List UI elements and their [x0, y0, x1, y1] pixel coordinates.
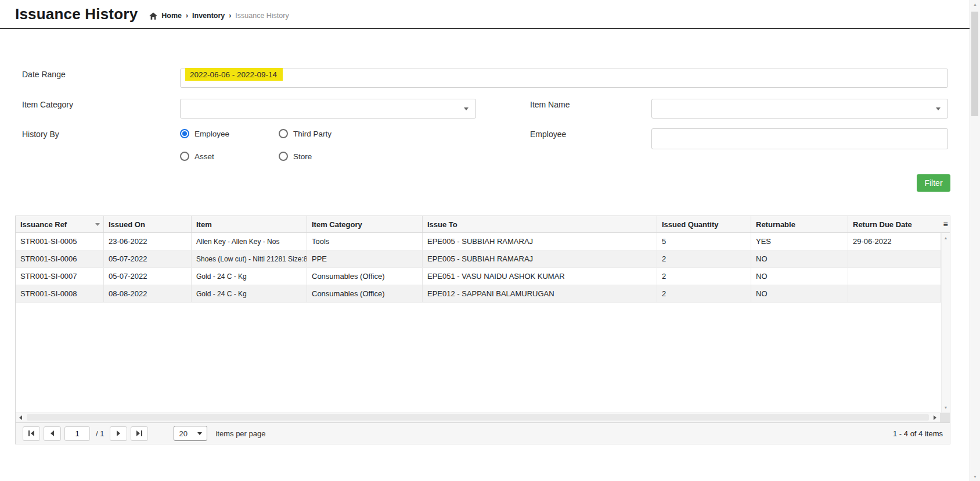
- breadcrumb-current: Issuance History: [235, 12, 289, 20]
- scrollbar-corner: [940, 413, 950, 422]
- radio-third-party-label: Third Party: [293, 130, 332, 138]
- column-header-issue-to[interactable]: Issue To: [423, 216, 657, 232]
- radio-store-label: Store: [293, 152, 312, 161]
- date-range-label: Date Range: [22, 70, 66, 79]
- table-cell: Gold - 24 C - Kg: [192, 268, 307, 285]
- page-scrollbar[interactable]: ▲ ▼: [970, 0, 980, 481]
- column-header-issued-quantity[interactable]: Issued Quantity: [657, 216, 751, 232]
- date-range-value: 2022-06-06 - 2022-09-14: [185, 68, 283, 81]
- table-cell: EPE005 - SUBBIAH RAMARAJ: [423, 250, 657, 267]
- table-row[interactable]: STR001-SI-000605-07-2022Shoes (Low cut) …: [16, 250, 941, 268]
- table-cell: 2: [657, 285, 751, 302]
- table-row[interactable]: STR001-SI-000705-07-2022Gold - 24 C - Kg…: [16, 268, 941, 285]
- table-cell: 05-07-2022: [104, 250, 192, 267]
- horizontal-scrollbar[interactable]: [16, 412, 950, 422]
- table-cell: NO: [751, 250, 848, 267]
- table-cell: 2: [657, 250, 751, 267]
- sort-chevron-icon[interactable]: [95, 223, 100, 226]
- table-cell: STR001-SI-0007: [16, 268, 104, 285]
- table-cell: [848, 285, 941, 302]
- column-header-returnable[interactable]: Returnable: [751, 216, 848, 232]
- last-page-button[interactable]: [131, 426, 148, 441]
- next-page-button[interactable]: [110, 426, 127, 441]
- date-range-input[interactable]: 2022-06-06 - 2022-09-14: [180, 69, 948, 88]
- pager: / 1 20 items per page 1 - 4 of 4 items: [16, 422, 950, 444]
- employee-input[interactable]: [651, 128, 948, 149]
- table-cell: 23-06-2022: [104, 233, 192, 250]
- column-header-item[interactable]: Item: [192, 216, 307, 232]
- table-row[interactable]: STR001-SI-000523-06-2022Allen Key - Alle…: [16, 233, 941, 250]
- table-header-row: Issuance Ref Issued On Item Item Categor…: [16, 216, 941, 232]
- previous-page-button[interactable]: [44, 426, 61, 441]
- horizontal-scroll-track[interactable]: [26, 413, 930, 422]
- column-header-return-due-date[interactable]: Return Due Date: [848, 216, 941, 232]
- radio-asset-label: Asset: [194, 152, 214, 161]
- table-cell: 08-08-2022: [104, 285, 192, 302]
- item-name-select[interactable]: [651, 99, 948, 119]
- top-bar: Issuance History Home › Inventory › Issu…: [0, 0, 970, 29]
- page-size-select[interactable]: 20: [174, 426, 207, 441]
- table-cell: Shoes (Low cut) - Nitti 21281 Size:8: [192, 250, 307, 267]
- table-cell: PPE: [307, 250, 423, 267]
- scroll-up-icon[interactable]: ▲: [970, 2, 980, 6]
- radio-button-icon[interactable]: [279, 152, 288, 161]
- radio-button-icon[interactable]: [180, 129, 189, 138]
- table-cell: NO: [751, 285, 848, 302]
- chevron-down-icon: [197, 432, 202, 435]
- page-size-value: 20: [179, 429, 187, 438]
- column-header-item-category[interactable]: Item Category: [307, 216, 423, 232]
- scroll-right-icon[interactable]: [930, 413, 940, 422]
- home-icon: [149, 12, 157, 20]
- radio-employee[interactable]: Employee: [180, 129, 229, 138]
- table-cell: STR001-SI-0008: [16, 285, 104, 302]
- chevron-down-icon: [464, 107, 469, 110]
- table-cell: 5: [657, 233, 751, 250]
- item-category-select[interactable]: [180, 99, 476, 119]
- page-scroll-thumb[interactable]: [971, 12, 978, 116]
- table-cell: [848, 250, 941, 267]
- vertical-scrollbar[interactable]: ▲ ▼: [941, 233, 950, 412]
- page-total-label: / 1: [96, 429, 104, 438]
- table-cell: 29-06-2022: [848, 233, 941, 250]
- scroll-up-icon[interactable]: ▲: [944, 233, 948, 243]
- table-cell: STR001-SI-0005: [16, 233, 104, 250]
- horizontal-scroll-thumb[interactable]: [27, 414, 929, 421]
- breadcrumb-home[interactable]: Home: [161, 12, 182, 20]
- table-cell: Allen Key - Allen Key - Nos: [192, 233, 307, 250]
- table-cell: EPE005 - SUBBIAH RAMARAJ: [423, 233, 657, 250]
- breadcrumb-separator-icon: ›: [229, 12, 231, 20]
- breadcrumb-separator-icon: ›: [186, 12, 188, 20]
- table-cell: Consumables (Office): [307, 268, 423, 285]
- table-cell: EPE051 - VASU NAIDU ASHOK KUMAR: [423, 268, 657, 285]
- scroll-down-icon[interactable]: ▼: [944, 403, 948, 412]
- table-cell: Gold - 24 C - Kg: [192, 285, 307, 302]
- table-cell: STR001-SI-0006: [16, 250, 104, 267]
- page-number-input[interactable]: [64, 426, 90, 441]
- breadcrumb-inventory[interactable]: Inventory: [192, 12, 225, 20]
- page: Issuance History Home › Inventory › Issu…: [0, 0, 980, 481]
- column-menu-icon[interactable]: ≡: [941, 216, 950, 232]
- radio-third-party[interactable]: Third Party: [279, 129, 332, 138]
- items-range-label: 1 - 4 of 4 items: [893, 429, 943, 438]
- table-body-wrap: STR001-SI-000523-06-2022Allen Key - Alle…: [16, 233, 950, 412]
- scroll-down-icon[interactable]: ▼: [970, 475, 980, 479]
- scroll-left-icon[interactable]: [16, 413, 26, 422]
- column-header-issued-on[interactable]: Issued On: [104, 216, 192, 232]
- table-cell: 05-07-2022: [104, 268, 192, 285]
- employee-label: Employee: [530, 130, 566, 139]
- radio-employee-label: Employee: [194, 130, 229, 138]
- radio-button-icon[interactable]: [279, 129, 288, 138]
- filter-button[interactable]: Filter: [917, 174, 950, 192]
- table-header: Issuance Ref Issued On Item Item Categor…: [16, 216, 950, 233]
- table-cell: [848, 268, 941, 285]
- chevron-down-icon: [936, 107, 941, 110]
- first-page-button[interactable]: [23, 426, 40, 441]
- table-cell: Consumables (Office): [307, 285, 423, 302]
- table-row[interactable]: STR001-SI-000808-08-2022Gold - 24 C - Kg…: [16, 285, 941, 303]
- radio-asset[interactable]: Asset: [180, 152, 214, 161]
- column-header-issuance-ref[interactable]: Issuance Ref: [16, 216, 104, 232]
- table-cell: Tools: [307, 233, 423, 250]
- item-category-label: Item Category: [22, 100, 73, 109]
- radio-button-icon[interactable]: [180, 152, 189, 161]
- radio-store[interactable]: Store: [279, 152, 312, 161]
